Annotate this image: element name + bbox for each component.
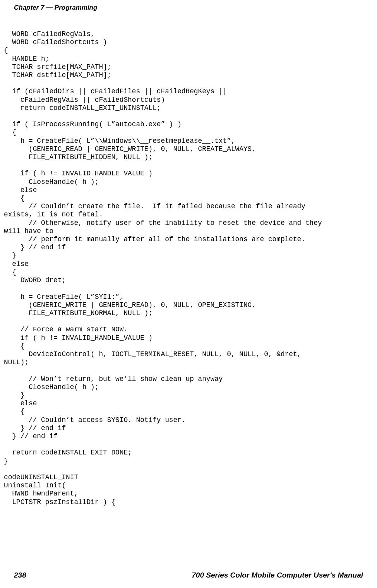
footer-title: 700 Series Color Mobile Computer User's … (192, 571, 363, 579)
page-footer: 238 700 Series Color Mobile Computer Use… (0, 571, 377, 579)
header-text: Chapter 7 — Programming (14, 4, 97, 11)
page-header: Chapter 7 — Programming (0, 4, 377, 12)
page-number: 238 (14, 571, 26, 579)
code-block: WORD cFailedRegVals, WORD cFailedShortcu… (4, 30, 373, 506)
content-area: WORD cFailedRegVals, WORD cFailedShortcu… (0, 30, 377, 506)
page: Chapter 7 — Programming WORD cFailedRegV… (0, 0, 377, 588)
